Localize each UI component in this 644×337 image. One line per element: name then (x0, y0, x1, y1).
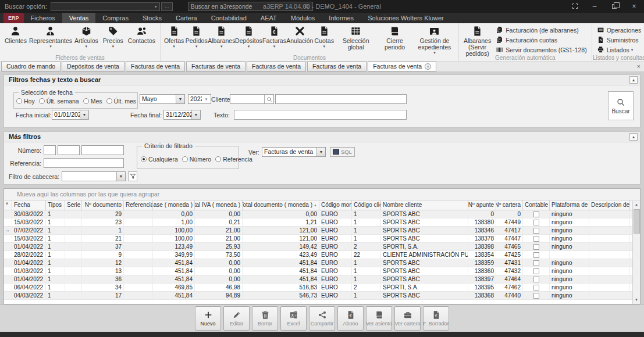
ribbon-depositos[interactable]: Depósitos▾ (235, 24, 262, 48)
contable-checkbox[interactable] (533, 285, 539, 291)
referencia-input[interactable] (44, 158, 124, 168)
tab-close-icon[interactable]: × (425, 63, 431, 70)
contable-checkbox[interactable] (533, 220, 539, 225)
column-header-n-documento[interactable]: Nº documento (82, 200, 124, 210)
browse-options-button[interactable]: ... (161, 2, 173, 11)
column-header-codigo-moneda[interactable]: Código moneda (319, 200, 352, 210)
search-icon[interactable] (304, 3, 310, 10)
tab-facturas-de-venta[interactable]: Facturas de venta (247, 62, 306, 71)
sql-button[interactable]: SQL (330, 147, 355, 157)
chevron-down-icon[interactable]: ▼ (80, 110, 88, 119)
scroll-up-icon[interactable]: ▲ (633, 201, 640, 209)
ribbon-precios[interactable]: Precios▾ (101, 24, 126, 48)
grid-row[interactable]: 01/04/2022137123,4925,93149,42EURO2SPORT… (4, 243, 640, 251)
action-borrar[interactable]: Borrar (252, 306, 278, 331)
menu-cartera[interactable]: Cartera (169, 13, 204, 23)
radio-referencia[interactable]: Referencia (215, 156, 252, 163)
chevron-down-icon[interactable]: ▾ (152, 4, 159, 9)
chevron-down-icon[interactable]: ▼ (316, 148, 325, 156)
ribbon-suministros[interactable]: Suministros (595, 35, 644, 45)
action-excel[interactable]: Excel (280, 306, 307, 331)
radio-hoy[interactable]: Hoy (16, 98, 35, 105)
close-icon[interactable]: × (624, 0, 644, 13)
column-header-contable[interactable]: Contable (523, 200, 550, 210)
year-select[interactable]: 2022 ▾ (188, 94, 211, 104)
contable-checkbox[interactable] (533, 260, 539, 266)
grid-row[interactable]: 01/04/2022112451,840,00451,84EURO1SPORTS… (4, 259, 640, 267)
column-header-nombre-cliente[interactable]: Nombre cliente (381, 200, 468, 210)
contable-checkbox[interactable] (533, 228, 539, 234)
vertical-scrollbar[interactable]: ▲ ▼ (632, 201, 640, 304)
ribbon-operaciones[interactable]: Operaciones (595, 25, 644, 35)
menu-erp[interactable]: ERP (3, 13, 24, 23)
close-icon[interactable]: × (637, 63, 641, 70)
ribbon-seleccion-global[interactable]: Selección global (335, 24, 376, 51)
chevron-down-icon[interactable]: ▾ (202, 95, 211, 103)
menu-modulos[interactable]: Módulos (284, 13, 322, 23)
column-header-base-moneda[interactable]: Base ( moneda ) (153, 200, 195, 210)
menu-informes[interactable]: Informes (322, 13, 361, 23)
column-header-row-indicator[interactable]: * (4, 200, 12, 210)
column-header-fecha[interactable]: Fecha (12, 200, 46, 210)
column-header-descripcion-del-resultado-pimec[interactable]: Descripcion del Resultado PIMEC (589, 200, 630, 210)
ribbon-albaranes-servir-pedidos[interactable]: Albaranes (Servir pedidos) (461, 24, 493, 57)
grid-row[interactable]: 01/04/2022136451,840,00451,84EURO1SPORTS… (4, 275, 640, 284)
action-nuevo[interactable]: Nuevo (195, 306, 221, 331)
action-compartir[interactable]: Compartir (309, 306, 335, 331)
group-by-hint[interactable]: Mueva aquí las columnas por las que quie… (4, 189, 640, 200)
contable-checkbox[interactable] (533, 277, 539, 282)
radio-ult-mes[interactable]: Últ. mes (106, 98, 137, 105)
ribbon-cierre-periodo[interactable]: Cierre periodo (376, 24, 413, 51)
ribbon-clientes[interactable]: Clientes (2, 24, 29, 44)
ribbon-ofertas[interactable]: Ofertas▾ (163, 24, 185, 48)
column-header-total-iva-moneda[interactable]: Total IVA ( moneda ) (195, 200, 243, 210)
grid-row[interactable]: 28/02/202219349,9973,50423,49EURO22CLIEN… (4, 251, 640, 259)
column-header-n-cartera[interactable]: Nº cartera (496, 200, 523, 210)
collapse-panel-button[interactable]: ▴ (629, 76, 638, 84)
contable-checkbox[interactable] (533, 211, 539, 217)
ribbon-pedidos[interactable]: Pedidos▾ (185, 24, 208, 48)
contable-checkbox[interactable] (533, 268, 539, 274)
contable-checkbox[interactable] (533, 293, 539, 299)
ribbon-listados[interactable]: Listados▾ (595, 45, 644, 55)
ribbon-gestion-de-expedientes[interactable]: Gestión de expedientes▾ (413, 24, 456, 55)
chevron-down-icon[interactable]: ▼ (191, 110, 200, 119)
grid-row[interactable]: 04/03/2022117451,8494,89546,73EURO1SPORT… (4, 292, 640, 300)
ribbon-articulos[interactable]: Artículos▾ (72, 24, 101, 48)
texto-input[interactable] (234, 110, 407, 120)
fecha-final-picker[interactable]: 31/12/2022 ▼ (163, 110, 201, 120)
menu-ventas[interactable]: Ventas (62, 13, 96, 23)
menu-ficheros[interactable]: Ficheros (24, 13, 62, 23)
cliente-search-button[interactable] (264, 95, 273, 103)
a3responde-search[interactable] (188, 2, 313, 11)
buscar-button[interactable]: Buscar (608, 91, 634, 120)
action-f-borrador[interactable]: F. Borrador (423, 306, 449, 331)
grid-row[interactable]: 30/03/20221290,000,000,00EURO1SPORTS ABC… (4, 210, 640, 218)
collapse-panel-button[interactable]: ▴ (629, 133, 638, 141)
column-header-serie[interactable]: Serie (65, 200, 82, 210)
minimize-icon[interactable]: – (585, 0, 604, 13)
radio-cualquiera[interactable]: Cualquiera (141, 156, 178, 163)
ver-select[interactable]: Facturas de venta ▼ (262, 147, 326, 157)
tab-facturas-de-venta[interactable]: Facturas de venta (307, 62, 367, 71)
chevron-down-icon[interactable]: ▼ (176, 95, 184, 103)
focus-mode-icon[interactable] (565, 0, 585, 13)
action-editar[interactable]: Editar (223, 306, 250, 331)
scroll-thumb[interactable] (634, 209, 640, 234)
ribbon-facturas[interactable]: Facturas▾ (262, 24, 287, 48)
ribbon-albaranes[interactable]: Albaranes▾ (208, 24, 235, 48)
cliente-name-input[interactable] (275, 94, 407, 104)
column-header-plataforma-de-envio[interactable]: Plataforma de envío (550, 200, 589, 210)
ribbon-cuotas[interactable]: Cuotas▾ (313, 24, 335, 48)
grid-row[interactable]: 01/03/2022113451,840,00451,84EURO1SPORTS… (4, 267, 640, 275)
ribbon-servir-documentos-gs1-128[interactable]: Servir documentos (GS1-128) (493, 45, 589, 55)
tab-facturas-de-venta[interactable]: Facturas de venta (186, 62, 245, 71)
menu-compras[interactable]: Compras (95, 13, 136, 23)
grid-row[interactable]: 06/04/2022134469,8546,98516,83EURO2SPORT… (4, 284, 640, 292)
ribbon-anulacion[interactable]: Anulación (286, 24, 313, 44)
action-ver-cartera[interactable]: Ver cartera (394, 306, 421, 331)
action-abono[interactable]: Abono (337, 306, 364, 331)
numero-input-2[interactable] (58, 145, 80, 155)
action-ver-asiento[interactable]: Ver asiento (366, 306, 392, 331)
month-select[interactable]: Mayo ▼ (140, 94, 185, 104)
